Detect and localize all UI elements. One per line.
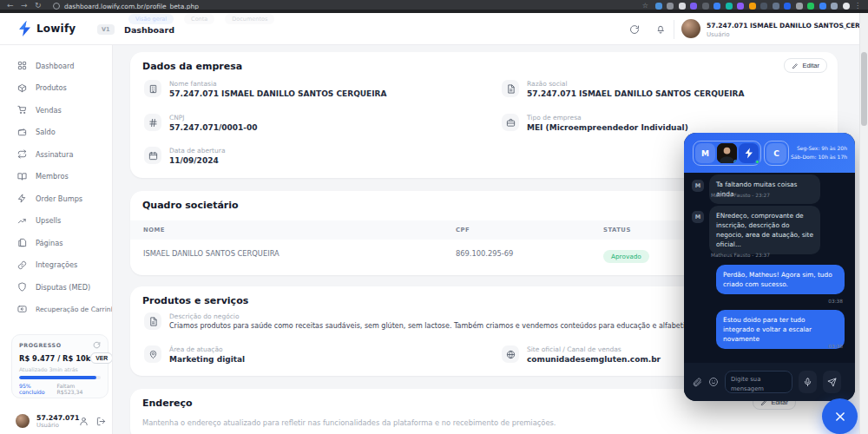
header-divider — [674, 20, 674, 39]
send-button[interactable] — [823, 371, 841, 393]
tab-conta[interactable]: Conta — [184, 14, 214, 24]
user-avatar[interactable] — [681, 19, 700, 38]
send-icon — [827, 378, 837, 387]
emoji-icon[interactable] — [708, 377, 719, 387]
extension-icon[interactable] — [655, 3, 662, 10]
progress-updated: Atualizado 3min atrás — [19, 366, 101, 372]
ver-button[interactable]: VER — [90, 352, 113, 364]
extension-icon[interactable] — [819, 3, 826, 10]
field-data-abertura: Data de abertura 11/09/2024 — [144, 147, 225, 165]
sidebar-user-avatar[interactable] — [16, 414, 30, 428]
progress-bar — [19, 376, 101, 379]
site-info-icon[interactable] — [53, 3, 60, 10]
field-nome-fantasia: Nome fantasia 57.247.071 ISMAEL DANILLO … — [144, 80, 387, 98]
cell-nome: ISMAEL DANILLO SANTOS CERQUEIRA — [143, 249, 279, 258]
sidebar-item-order-bumps[interactable]: Order Bumps — [0, 187, 113, 210]
message-time: 03:38 — [828, 344, 843, 349]
extension-icon[interactable] — [667, 3, 674, 10]
refresh-button[interactable] — [628, 23, 641, 36]
sidebar-item-assinatura[interactable]: Assinatura — [0, 143, 113, 166]
sidebar-user-id: 57.247.071 — [36, 414, 79, 422]
browser-back-icon[interactable]: ← — [7, 1, 14, 10]
grid-icon — [17, 61, 27, 70]
bookmark-star-icon[interactable]: ☆ — [642, 2, 648, 10]
person-icon[interactable] — [79, 417, 89, 426]
trending-up-icon — [17, 216, 27, 226]
sidebar-item-dashboard[interactable]: Dashboard — [0, 55, 113, 77]
online-dot — [755, 160, 760, 164]
extension-icon[interactable] — [737, 3, 744, 10]
browser-profile-icon[interactable] — [843, 3, 850, 10]
extension-icon[interactable] — [726, 3, 733, 10]
tab-documentos[interactable]: Documentos — [225, 14, 274, 24]
browser-extensions: ☆ ⋮ — [642, 2, 861, 10]
address-card-title: Endereço — [142, 398, 193, 409]
outgoing-message: Estou doido para ter tudo integrado e vo… — [716, 310, 845, 349]
sidebar-item-paginas[interactable]: Páginas — [0, 232, 113, 254]
extension-icon[interactable] — [679, 3, 686, 10]
lowify-logo-icon — [17, 20, 33, 37]
board-card-title: Quadro societário — [142, 200, 239, 211]
col-cpf: CPF — [456, 227, 470, 233]
notifications-bell-icon[interactable] — [654, 23, 667, 36]
browser-reload-icon[interactable]: ↻ — [35, 1, 42, 10]
sidebar-item-recuperacao-carrinho[interactable]: Recuperação de Carrinho — [0, 299, 113, 321]
products-card-title: Produtos e serviços — [142, 295, 248, 306]
browser-forward-icon[interactable]: → — [21, 1, 28, 10]
extension-icon[interactable] — [796, 3, 803, 10]
extension-icon[interactable] — [784, 3, 791, 10]
sidebar-item-membros[interactable]: Membros — [0, 166, 113, 188]
online-dot — [733, 160, 737, 163]
extension-icon[interactable] — [760, 3, 767, 10]
sidebar-item-integracoes[interactable]: Integrações — [0, 254, 113, 277]
sidebar-item-vendas[interactable]: Vendas — [0, 99, 113, 122]
paperclip-icon[interactable] — [692, 377, 702, 387]
mic-button[interactable] — [799, 371, 817, 393]
incoming-message: Ta faltando muitas coisas ainda — [709, 174, 820, 204]
browser-menu-icon[interactable]: ⋮ — [854, 2, 861, 10]
cell-cpf: 869.100.295-69 — [456, 249, 513, 258]
chat-widget: M C Seg-Sex: 9h às 20h Sáb-Dom: 10h à — [684, 133, 855, 401]
chat-message-input[interactable]: Digite sua mensagem — [725, 371, 792, 393]
extension-icon[interactable] — [831, 3, 838, 10]
outgoing-message: Perdão, Matheus! Agora sim, tudo criado … — [716, 265, 845, 294]
col-nome: NOME — [143, 227, 165, 233]
building-icon — [148, 84, 158, 94]
logout-icon[interactable] — [96, 417, 106, 426]
company-card-title: Dados da empresa — [142, 61, 242, 72]
chat-avatar-lowify — [739, 143, 759, 163]
chat-close-button[interactable] — [822, 398, 858, 434]
sidebar-item-saldo[interactable]: Saldo — [0, 122, 113, 144]
chat-input-row: Digite sua mensagem — [684, 363, 855, 401]
company-edit-button[interactable]: Editar — [784, 58, 827, 73]
extension-icon[interactable] — [713, 3, 720, 10]
chat-input-placeholder: Digite sua mensagem — [731, 375, 786, 393]
chat-messages[interactable]: M Ta faltando muitas coisas ainda Matheu… — [684, 173, 855, 363]
bolt-icon — [17, 194, 27, 203]
brand-name: Lowify — [36, 23, 76, 35]
chat-return-icon — [17, 305, 27, 314]
doc-icon — [148, 317, 158, 326]
field-razao-social: Razão social 57.247.071 ISMAEL DANILLO S… — [502, 80, 745, 98]
browser-chrome: ← → ↻ dashboard.lowify.com.br/profile_be… — [0, 0, 868, 13]
extension-icon[interactable] — [807, 3, 814, 10]
extension-icon[interactable] — [702, 3, 709, 10]
message-meta: Matheus Fausto - 23:27 — [711, 193, 770, 198]
sidebar-item-upsells[interactable]: Upsells — [0, 210, 113, 233]
book-icon — [17, 172, 27, 181]
sidebar-item-disputas[interactable]: Disputas (MED) — [0, 276, 113, 299]
chat-avatar-photo — [717, 143, 737, 163]
globe-icon — [506, 350, 516, 359]
extension-icon[interactable] — [773, 3, 779, 10]
message-meta: Matheus Fausto - 23:37 — [711, 253, 770, 258]
field-site-oficial: Site oficial / Canal de vendas comunidad… — [502, 345, 661, 364]
refresh-icon[interactable] — [93, 341, 101, 349]
sidebar-item-produtos[interactable]: Produtos — [0, 77, 113, 100]
page-scrollbar[interactable] — [859, 13, 868, 434]
chat-header: M C Seg-Sex: 9h às 20h Sáb-Dom: 10h à — [684, 133, 855, 173]
extension-icon[interactable] — [690, 3, 697, 10]
chevron-down-icon[interactable] — [841, 24, 849, 32]
scrollbar-thumb[interactable] — [861, 52, 867, 126]
tab-visao-geral[interactable]: Visão geral — [128, 14, 174, 24]
extension-icon[interactable] — [749, 3, 756, 10]
